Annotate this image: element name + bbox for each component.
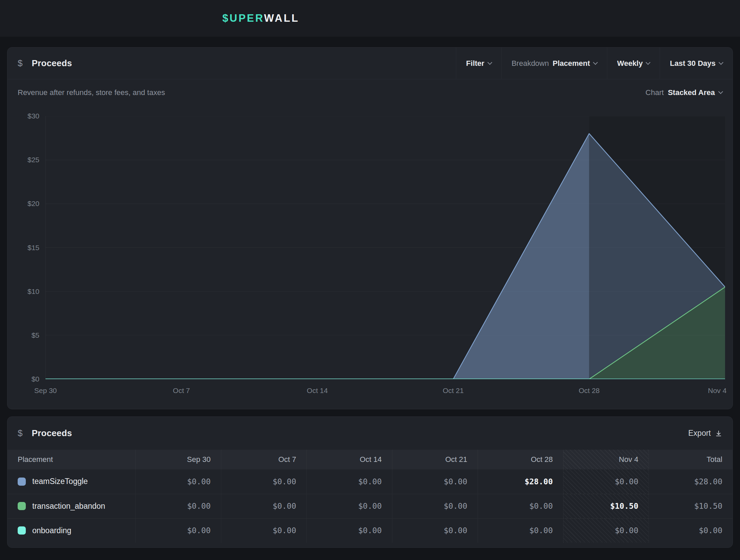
export-label: Export [688,429,711,438]
table-row: onboarding$0.00$0.00$0.00$0.00$0.00$0.00… [7,518,733,543]
dollar-icon: $ [18,428,22,438]
placement-name: transaction_abandon [32,502,105,510]
date-range-select[interactable]: Last 30 Days [660,48,733,79]
value-cell: $0.00 [307,494,392,518]
date-range-value: Last 30 Days [670,59,716,68]
series-color-swatch [18,502,26,510]
series-color-swatch [18,478,26,486]
value-cell: $0.00 [392,469,478,494]
x-axis-labels: Sep 30Oct 7Oct 14Oct 21Oct 28Nov 4 [45,379,725,399]
proceeds-chart-panel: $ Proceeds Filter Breakdown Placement We… [7,47,733,409]
value-cell: $0.00 [563,469,649,494]
value-cell: $10.50 [649,494,733,518]
y-axis-tick-label: $15 [27,244,39,252]
proceeds-table-title: Proceeds [32,428,72,438]
x-axis-label: Sep 30 [34,387,57,395]
column-header-total: Total [649,450,733,469]
chart-controls: Filter Breakdown Placement Weekly Last 3… [456,48,733,79]
y-axis-tick-label: $30 [27,112,39,120]
table-column-header-row: PlacementSep 30Oct 7Oct 14Oct 21Oct 28No… [7,450,733,469]
y-axis-tick-label: $20 [27,200,39,208]
value-cell: $0.00 [478,518,563,543]
dollar-icon: $ [18,58,22,69]
placement-cell: transaction_abandon [7,494,135,518]
column-header-oct-21: Oct 21 [392,450,478,469]
proceeds-panel-header: $ Proceeds Filter Breakdown Placement We… [7,48,733,79]
proceeds-table-panel: $ Proceeds Export PlacementSep 30Oct 7Oc… [7,416,733,548]
y-axis-tick-label: $5 [32,331,39,339]
placement-name: teamSizeToggle [32,477,88,486]
chevron-down-icon [593,60,598,64]
column-header-placement: Placement [7,450,135,469]
x-axis-label: Oct 21 [443,387,464,395]
chart-type-value: Stacked Area [668,88,715,97]
interval-select[interactable]: Weekly [607,48,660,79]
column-header-nov-4: Nov 4 [563,450,649,469]
value-cell: $0.00 [221,494,307,518]
value-cell: $0.00 [135,518,221,543]
chart-plot-area[interactable]: $0$5$10$15$20$25$30 [45,116,725,379]
filter-label: Filter [466,59,484,68]
y-axis-tick-label: $25 [27,156,39,164]
proceeds-table-header: $ Proceeds Export [7,417,733,450]
filter-button[interactable]: Filter [456,48,501,79]
series-color-swatch [18,526,26,535]
chart-type-select[interactable]: Chart Stacked Area [646,88,722,97]
chart-type-label: Chart [646,88,664,97]
value-cell: $10.50 [563,494,649,518]
x-axis-label: Oct 7 [173,387,190,395]
export-button[interactable]: Export [688,429,722,438]
chevron-down-icon [646,60,650,64]
column-header-oct-7: Oct 7 [221,450,307,469]
chart-sub-row: Revenue after refunds, store fees, and t… [7,79,733,97]
y-axis-tick-label: $10 [27,287,39,296]
value-cell: $0.00 [563,518,649,543]
value-cell: $0.00 [221,469,307,494]
top-bar: $UPERWALL [0,0,740,37]
interval-value: Weekly [617,59,643,68]
placement-cell: teamSizeToggle [7,469,135,494]
table-row: transaction_abandon$0.00$0.00$0.00$0.00$… [7,494,733,518]
chevron-down-icon [718,89,723,94]
column-header-sep-30: Sep 30 [135,450,221,469]
download-icon [715,430,722,437]
value-cell: $0.00 [392,494,478,518]
value-cell: $0.00 [135,469,221,494]
column-header-oct-14: Oct 14 [307,450,392,469]
x-axis-label: Oct 28 [579,387,600,395]
logo-prefix: $UPER [222,12,264,24]
value-cell: $0.00 [478,494,563,518]
placement-cell: onboarding [7,518,135,543]
chevron-down-icon [719,60,723,64]
x-axis-label: Nov 4 [708,387,727,395]
value-cell: $0.00 [135,494,221,518]
breakdown-select[interactable]: Breakdown Placement [501,48,607,79]
breakdown-label: Breakdown [512,59,549,68]
table-row: teamSizeToggle$0.00$0.00$0.00$0.00$28.00… [7,469,733,494]
breakdown-value: Placement [553,59,590,68]
logo-suffix: WALL [264,12,299,24]
revenue-subtitle: Revenue after refunds, store fees, and t… [18,88,165,97]
value-cell: $0.00 [649,518,733,543]
value-cell: $0.00 [221,518,307,543]
x-axis-label: Oct 14 [307,387,328,395]
value-cell: $0.00 [307,518,392,543]
y-axis-tick-label: $0 [32,375,39,383]
value-cell: $0.00 [392,518,478,543]
proceeds-table: PlacementSep 30Oct 7Oct 14Oct 21Oct 28No… [7,450,733,543]
proceeds-panel-title: Proceeds [32,58,72,69]
value-cell: $0.00 [307,469,392,494]
value-cell: $28.00 [478,469,563,494]
superwall-logo[interactable]: $UPERWALL [222,12,299,24]
column-header-oct-28: Oct 28 [478,450,563,469]
placement-name: onboarding [32,526,71,535]
value-cell: $28.00 [649,469,733,494]
chevron-down-icon [487,60,492,64]
chart-canvas[interactable] [45,116,725,379]
